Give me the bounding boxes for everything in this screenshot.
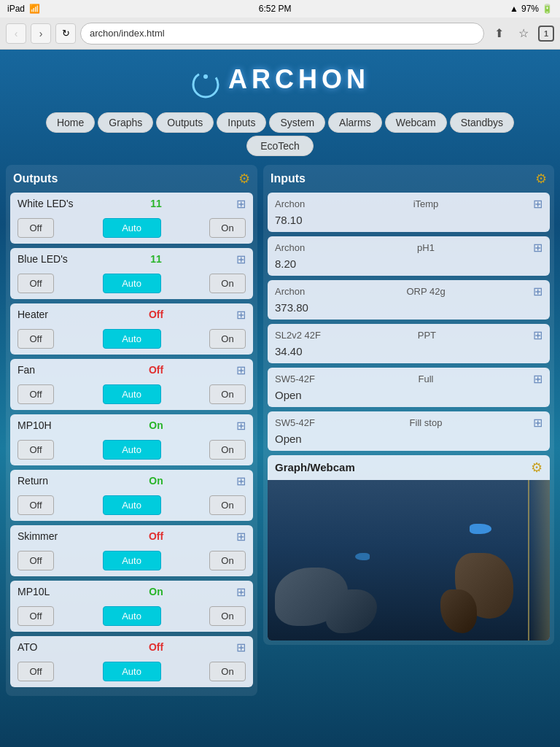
input-orp-device: Archon bbox=[275, 286, 319, 297]
output-ato-row1: ATO Off ⊞ bbox=[10, 636, 253, 659]
nav-graphs[interactable]: Graphs bbox=[98, 112, 153, 133]
back-button[interactable]: ‹ bbox=[6, 23, 26, 44]
output-mp10l: MP10L On ⊞ Off Auto On bbox=[10, 581, 253, 632]
fan-auto-button[interactable]: Auto bbox=[103, 384, 161, 404]
mp10l-on-button[interactable]: On bbox=[209, 606, 246, 626]
nav-home[interactable]: Home bbox=[46, 112, 95, 133]
outputs-gear-icon[interactable]: ⚙ bbox=[238, 171, 250, 187]
output-mp10l-status: On bbox=[141, 586, 171, 597]
heater-on-button[interactable]: On bbox=[209, 329, 246, 349]
output-return-tune-icon[interactable]: ⊞ bbox=[236, 474, 246, 488]
wifi-icon: 📶 bbox=[29, 4, 40, 14]
mp10l-off-button[interactable]: Off bbox=[18, 606, 54, 626]
output-skimmer-status: Off bbox=[141, 530, 171, 542]
nav-inputs[interactable]: Inputs bbox=[217, 112, 266, 133]
input-ph1-tune-icon[interactable]: ⊞ bbox=[533, 241, 542, 255]
url-bar[interactable]: archon/index.html bbox=[80, 23, 484, 44]
inputs-header: Inputs ⚙ bbox=[268, 169, 550, 188]
output-heater-status: Off bbox=[141, 309, 171, 320]
input-itemp-value: 78.10 bbox=[268, 212, 550, 232]
input-orp-tune-icon[interactable]: ⊞ bbox=[533, 285, 542, 298]
white-leds-on-button[interactable]: On bbox=[209, 218, 246, 238]
nav-alarms[interactable]: Alarms bbox=[328, 112, 382, 133]
return-off-button[interactable]: Off bbox=[18, 495, 54, 515]
output-return-name: Return bbox=[18, 475, 76, 487]
input-full-name: Full bbox=[319, 374, 533, 384]
ato-on-button[interactable]: On bbox=[209, 662, 246, 681]
nav-standbys[interactable]: Standbys bbox=[450, 112, 514, 133]
graph-gear-icon[interactable]: ⚙ bbox=[531, 460, 542, 476]
white-leds-auto-button[interactable]: Auto bbox=[103, 218, 161, 238]
mp10h-off-button[interactable]: Off bbox=[18, 440, 54, 460]
status-time: 6:52 PM bbox=[259, 4, 292, 14]
input-ppt-row1: SL2v2 42F PPT ⊞ bbox=[268, 324, 550, 344]
input-ph1-name: pH1 bbox=[319, 242, 533, 253]
tab-count[interactable]: 1 bbox=[538, 26, 554, 42]
output-blue-leds-controls: Off Auto On bbox=[10, 271, 253, 299]
output-fan-row1: Fan Off ⊞ bbox=[10, 359, 253, 382]
fan-off-button[interactable]: Off bbox=[18, 384, 54, 404]
output-heater-tune-icon[interactable]: ⊞ bbox=[236, 308, 246, 322]
return-on-button[interactable]: On bbox=[209, 495, 246, 515]
aquarium-coral-2 bbox=[440, 589, 477, 633]
output-mp10h-tune-icon[interactable]: ⊞ bbox=[236, 419, 246, 433]
output-white-leds-tune-icon[interactable]: ⊞ bbox=[236, 197, 246, 211]
skimmer-on-button[interactable]: On bbox=[209, 551, 246, 570]
output-white-leds-status: 11 bbox=[141, 198, 171, 209]
skimmer-auto-button[interactable]: Auto bbox=[103, 551, 161, 570]
output-mp10l-tune-icon[interactable]: ⊞ bbox=[236, 585, 246, 599]
blue-leds-off-button[interactable]: Off bbox=[18, 274, 54, 293]
mp10l-auto-button[interactable]: Auto bbox=[103, 606, 161, 626]
tank-frame-right bbox=[528, 480, 550, 640]
output-skimmer-name: Skimmer bbox=[18, 530, 76, 542]
signal-icon: ▲ bbox=[510, 4, 518, 14]
outputs-header: Outputs ⚙ bbox=[10, 169, 253, 188]
status-left: iPad 📶 bbox=[7, 4, 40, 14]
share-button[interactable]: ⬆ bbox=[489, 23, 509, 44]
input-itemp-row1: Archon iTemp ⊞ bbox=[268, 193, 550, 212]
output-skimmer-tune-icon[interactable]: ⊞ bbox=[236, 530, 246, 543]
refresh-button[interactable]: ↻ bbox=[55, 23, 76, 44]
input-itemp-device: Archon bbox=[275, 198, 319, 209]
nav-webcam[interactable]: Webcam bbox=[385, 112, 447, 133]
mp10h-on-button[interactable]: On bbox=[209, 440, 246, 460]
main-content: ARCHON Home Graphs Outputs Inputs System… bbox=[0, 50, 560, 711]
input-ph1-value: 8.20 bbox=[268, 256, 550, 276]
skimmer-off-button[interactable]: Off bbox=[18, 551, 54, 570]
nav-system[interactable]: System bbox=[269, 112, 325, 133]
output-ato-tune-icon[interactable]: ⊞ bbox=[236, 640, 246, 654]
mp10h-auto-button[interactable]: Auto bbox=[103, 440, 161, 460]
fan-on-button[interactable]: On bbox=[209, 384, 246, 404]
input-fillstop-tune-icon[interactable]: ⊞ bbox=[533, 416, 542, 430]
output-ato-controls: Off Auto On bbox=[10, 659, 253, 687]
logo-text: ARCHON bbox=[228, 64, 370, 94]
heater-auto-button[interactable]: Auto bbox=[103, 329, 161, 349]
inputs-gear-icon[interactable]: ⚙ bbox=[535, 171, 547, 187]
nav-outputs[interactable]: Outputs bbox=[156, 112, 214, 133]
blue-leds-auto-button[interactable]: Auto bbox=[103, 274, 161, 293]
input-orp: Archon ORP 42g ⊞ 373.80 bbox=[268, 280, 550, 320]
white-leds-off-button[interactable]: Off bbox=[18, 218, 54, 238]
ato-auto-button[interactable]: Auto bbox=[103, 662, 161, 681]
status-right: ▲ 97% 🔋 bbox=[510, 4, 553, 14]
input-full-device: SW5-42F bbox=[275, 374, 319, 384]
heater-off-button[interactable]: Off bbox=[18, 329, 54, 349]
output-white-leds-name: White LED's bbox=[18, 198, 76, 209]
input-full-tune-icon[interactable]: ⊞ bbox=[533, 372, 542, 386]
input-ppt-tune-icon[interactable]: ⊞ bbox=[533, 328, 542, 342]
logo-icon bbox=[190, 69, 221, 102]
input-ph1-device: Archon bbox=[275, 242, 319, 253]
output-blue-leds-tune-icon[interactable]: ⊞ bbox=[236, 252, 246, 266]
input-itemp-tune-icon[interactable]: ⊞ bbox=[533, 197, 542, 211]
ato-off-button[interactable]: Off bbox=[18, 662, 54, 681]
output-blue-leds-status: 11 bbox=[141, 253, 171, 265]
output-fan-tune-icon[interactable]: ⊞ bbox=[236, 363, 246, 377]
output-return-row1: Return On ⊞ bbox=[10, 470, 253, 492]
forward-button[interactable]: › bbox=[31, 23, 51, 44]
return-auto-button[interactable]: Auto bbox=[103, 495, 161, 515]
bookmark-button[interactable]: ☆ bbox=[513, 23, 534, 44]
nav-ecotech[interactable]: EcoTech bbox=[246, 136, 314, 156]
output-heater-controls: Off Auto On bbox=[10, 326, 253, 355]
blue-leds-on-button[interactable]: On bbox=[209, 274, 246, 293]
output-return-controls: Off Auto On bbox=[10, 492, 253, 521]
